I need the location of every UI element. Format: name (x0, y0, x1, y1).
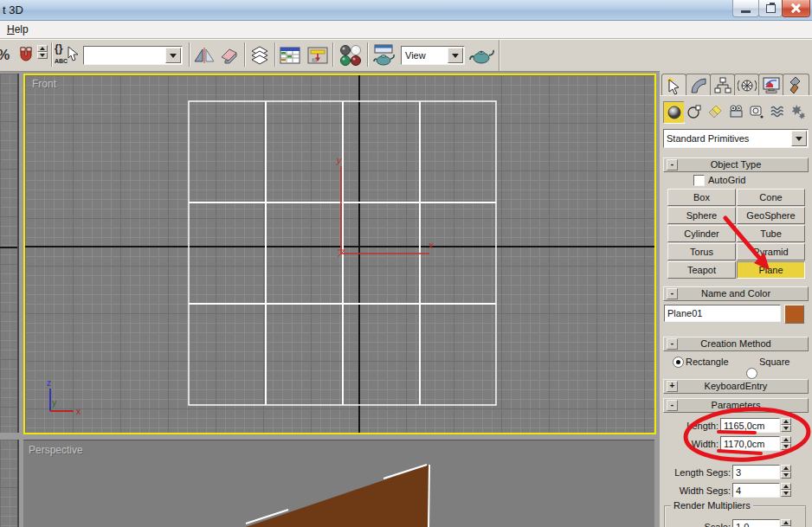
length-field[interactable]: 1165,0cm (720, 418, 780, 433)
modify-icon (689, 76, 708, 95)
layer-manager-icon[interactable] (248, 43, 272, 67)
rollout-toggle[interactable]: + (667, 381, 678, 392)
viewport-front[interactable]: Front y x z x y (23, 74, 656, 434)
rollout-creation-method[interactable]: - Creation Method (663, 337, 809, 351)
menu-help[interactable]: Help (3, 22, 32, 36)
button-plane[interactable]: Plane (737, 261, 805, 279)
rollout-toggle[interactable]: - (667, 338, 678, 350)
left-viewport-sliver-bottom[interactable] (0, 440, 17, 527)
display-monitor-icon (762, 76, 781, 95)
space-warps-icon (770, 104, 785, 119)
object-name-field[interactable]: Plane01 (664, 305, 781, 322)
button-cone[interactable]: Cone (737, 189, 805, 206)
snap-magnet-icon[interactable] (15, 43, 37, 67)
scale-field[interactable]: 1,0 (732, 519, 780, 527)
utilities-hammer-icon (787, 76, 806, 95)
application-window: t 3D Help % {} (0, 0, 812, 527)
helpers-icon (749, 104, 764, 119)
rollout-object-type[interactable]: - Object Type (663, 157, 809, 172)
dropdown-arrow-icon[interactable] (448, 48, 463, 63)
tab-create[interactable] (661, 74, 686, 96)
tripod-x-label: x (76, 407, 81, 416)
named-selection-sets-icon[interactable]: {} ABC (55, 44, 82, 68)
button-tube[interactable]: Tube (737, 225, 805, 242)
material-editor-icon[interactable] (336, 43, 365, 67)
tab-motion[interactable] (734, 74, 759, 96)
tab-hierarchy[interactable] (710, 74, 735, 96)
percent-snap-icon[interactable]: % (0, 43, 12, 67)
rollout-name-and-color[interactable]: - Name and Color (663, 286, 809, 301)
dropdown-arrow-icon[interactable] (791, 131, 807, 146)
radio-rectangle-label[interactable]: Rectangle (686, 357, 729, 367)
button-torus[interactable]: Torus (667, 243, 736, 260)
category-dropdown[interactable]: Standard Primitives (663, 129, 809, 148)
minimize-button[interactable] (732, 0, 759, 17)
width-spinner[interactable] (781, 436, 791, 450)
window-title: t 3D (3, 3, 23, 16)
autogrid-label: AutoGrid (708, 175, 745, 185)
shapes-icon (686, 104, 702, 119)
rollout-parameters[interactable]: - Parameters (663, 398, 809, 413)
render-setup-icon[interactable] (371, 43, 398, 67)
highlight-edge (429, 465, 429, 527)
toolbar-separator (51, 42, 53, 67)
category-space-warps[interactable] (767, 101, 787, 122)
width-field[interactable]: 1170,0cm (720, 436, 780, 451)
rollout-keyboard-entry[interactable]: + KeyboardEntry (663, 379, 809, 394)
rollout-title: KeyboardEntry (705, 381, 768, 391)
category-lights[interactable] (705, 101, 725, 122)
category-geometry[interactable] (663, 101, 685, 124)
rollout-toggle[interactable]: - (667, 159, 678, 170)
view-dropdown[interactable]: View (401, 46, 465, 65)
restore-button[interactable] (758, 0, 783, 17)
snap-value-spinner[interactable] (37, 45, 48, 69)
scale-spinner[interactable] (781, 519, 791, 527)
radio-rectangle[interactable] (673, 357, 684, 368)
rollout-title: Object Type (711, 159, 762, 170)
button-box[interactable]: Box (667, 189, 736, 206)
tripod-z-label: z (47, 378, 51, 388)
plane-object-perspective[interactable] (243, 465, 429, 527)
dropdown-arrow-icon[interactable] (165, 48, 181, 63)
render-production-teapot-icon[interactable] (467, 43, 497, 67)
length-spinner[interactable] (781, 418, 791, 432)
hierarchy-icon (713, 76, 732, 95)
autogrid-checkbox[interactable] (693, 175, 705, 186)
rollout-toggle[interactable]: - (667, 288, 678, 299)
minimize-icon (741, 10, 751, 13)
close-button[interactable] (782, 0, 810, 17)
perspective-scene (23, 440, 654, 527)
button-teapot[interactable]: Teapot (667, 261, 736, 279)
category-helpers[interactable] (746, 101, 766, 122)
button-cylinder[interactable]: Cylinder (667, 225, 736, 242)
category-shapes[interactable] (684, 101, 704, 122)
length-segs-spinner[interactable] (781, 465, 791, 479)
category-systems[interactable] (788, 101, 808, 122)
object-color-swatch[interactable] (784, 305, 804, 324)
category-cameras[interactable] (725, 101, 745, 122)
width-segs-field[interactable]: 4 (732, 483, 780, 498)
left-viewport-sliver[interactable] (0, 74, 17, 433)
tab-display[interactable] (758, 74, 783, 96)
width-segs-spinner[interactable] (781, 483, 791, 497)
button-pyramid[interactable]: Pyramid (737, 243, 805, 260)
button-geosphere[interactable]: GeoSphere (737, 207, 805, 224)
viewport-perspective[interactable]: Perspective (23, 440, 654, 527)
curve-editor-icon[interactable] (278, 43, 302, 67)
mirror-icon[interactable] (192, 43, 216, 67)
scale-label: Scale: (663, 522, 731, 527)
width-segs-label: Width Segs: (663, 485, 731, 496)
schematic-view-icon[interactable] (305, 43, 331, 67)
width-label: Width: (663, 439, 719, 449)
button-sphere[interactable]: Sphere (667, 207, 736, 224)
radio-square-label[interactable]: Square (759, 357, 789, 367)
tab-modify[interactable] (686, 74, 711, 96)
length-segs-field[interactable]: 3 (732, 465, 780, 479)
radio-square[interactable] (746, 368, 757, 379)
rollout-toggle[interactable]: - (667, 400, 678, 411)
rollout-title: Creation Method (700, 338, 770, 349)
align-icon[interactable] (217, 43, 242, 67)
viewport-splitter-vertical[interactable] (17, 74, 19, 433)
tab-utilities[interactable] (783, 74, 809, 96)
selection-set-dropdown[interactable] (83, 46, 183, 65)
